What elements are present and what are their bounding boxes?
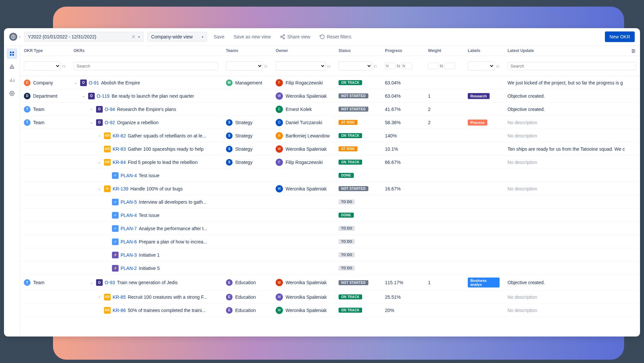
table-row[interactable]: CCompany⌄OO-91Abolish the EmpireMManagem… xyxy=(20,76,640,89)
table-row[interactable]: TTeam⌄OO-93Train new generation of Jedis… xyxy=(20,275,640,290)
chart-icon[interactable] xyxy=(7,75,17,85)
okr-type-icon: ✓ xyxy=(112,199,119,205)
table-row[interactable]: KRKR-83Gather 100 spaceships ready to he… xyxy=(20,142,640,156)
weight-from[interactable] xyxy=(428,63,439,69)
expand-chevron-icon[interactable]: ⌄ xyxy=(81,94,85,98)
view-dropdown[interactable]: Company-wide view ▾ xyxy=(147,32,207,42)
weight-to[interactable] xyxy=(445,63,455,69)
okr-key-link[interactable]: PLAN-6 xyxy=(121,239,137,244)
okr-title: Research the Empire's plans xyxy=(117,107,176,112)
okr-key-link[interactable]: PLAN-3 xyxy=(121,252,137,258)
okr-key-link[interactable]: KR-84 xyxy=(113,160,126,165)
table-row[interactable]: ✓PLAN-4Test issueDONE xyxy=(20,209,640,222)
header-weight[interactable]: Weight xyxy=(424,46,464,56)
header-labels[interactable]: Labels xyxy=(464,46,504,56)
okr-key-link[interactable]: O-92 xyxy=(105,120,115,125)
table-row[interactable]: ⌄⟳KR-139Handle 100% of our bugsWWeronika… xyxy=(20,182,640,195)
okr-key-link[interactable]: KR-82 xyxy=(113,133,126,138)
okr-key-link[interactable]: KR-86 xyxy=(113,308,126,313)
save-button[interactable]: Save xyxy=(211,33,227,41)
filter-update[interactable] xyxy=(508,62,636,70)
filter-status[interactable] xyxy=(339,61,372,71)
share-button[interactable]: Share view xyxy=(277,33,313,41)
progress-to[interactable] xyxy=(402,63,412,69)
reset-filters-button[interactable]: Reset filters xyxy=(317,33,354,41)
chevron-right-icon[interactable]: › xyxy=(19,35,20,39)
table-row[interactable]: ✓PLAN-6Prepare a plan of how to increa..… xyxy=(20,235,640,248)
clear-icon[interactable]: ✕ xyxy=(132,34,135,39)
table-row[interactable]: TTeam›OO-94Research the Empire's plansEE… xyxy=(20,103,640,116)
header-update[interactable]: Latest Update xyxy=(504,46,640,56)
grid-view-icon[interactable] xyxy=(7,48,17,59)
status-badge: AT RISK xyxy=(339,146,357,151)
okr-key-link[interactable]: KR-83 xyxy=(113,146,126,152)
okr-key-link[interactable]: PLAN-7 xyxy=(121,226,137,231)
filter-icon[interactable]: ⚏ xyxy=(327,64,331,68)
filter-type[interactable] xyxy=(24,61,61,71)
filter-icon[interactable]: ⚏ xyxy=(264,64,268,68)
header-status[interactable]: Status xyxy=(335,46,381,56)
table-row[interactable]: ⚡PLAN-3Initiative 1TO DO xyxy=(20,248,640,262)
okr-key-link[interactable]: O-91 xyxy=(89,80,99,85)
table-row[interactable]: ✓PLAN-7Analyse the performance after t..… xyxy=(20,222,640,235)
header-type[interactable]: OKR Type xyxy=(20,46,70,56)
progress-value: 63.04% xyxy=(381,76,424,89)
status-badge: TO DO xyxy=(339,266,355,271)
expand-chevron-icon[interactable]: ⌄ xyxy=(89,281,93,285)
label-chip[interactable]: Research xyxy=(468,93,490,99)
table-row[interactable]: ⚡PLAN-2Initiative 5TO DO xyxy=(20,262,640,275)
okr-key-link[interactable]: O-94 xyxy=(105,107,115,112)
label-chip[interactable]: Process xyxy=(468,120,487,126)
filter-owner[interactable] xyxy=(276,61,326,71)
filter-icon[interactable]: ⚏ xyxy=(496,64,500,68)
okr-key-link[interactable]: KR-139 xyxy=(113,186,128,191)
expand-chevron-icon[interactable]: › xyxy=(97,134,101,137)
team-avatar: E xyxy=(226,307,233,314)
header-owner[interactable]: Owner xyxy=(272,46,335,56)
filter-icon[interactable]: ⚏ xyxy=(373,64,377,68)
filter-okrs[interactable] xyxy=(74,62,218,70)
expand-chevron-icon[interactable]: › xyxy=(89,107,93,111)
okr-key-link[interactable]: KR-85 xyxy=(113,294,126,300)
svg-point-24 xyxy=(632,52,633,53)
new-okr-button[interactable]: New OKR xyxy=(605,31,635,42)
progress-from[interactable] xyxy=(385,63,396,69)
expand-chevron-icon[interactable]: ⌄ xyxy=(97,160,101,164)
team-name: Strategy xyxy=(235,120,252,125)
expand-chevron-icon[interactable]: › xyxy=(97,295,101,299)
table-row[interactable]: ›KRKR-82Gather squads of rebelliants on … xyxy=(20,129,640,142)
table-row[interactable]: KRKR-8650% of trainees completed the tra… xyxy=(20,304,640,317)
okr-key-link[interactable]: PLAN-2 xyxy=(121,266,137,271)
latest-update-text: No description xyxy=(508,160,537,165)
svg-rect-8 xyxy=(10,54,12,56)
settings-icon[interactable] xyxy=(7,88,17,99)
expand-chevron-icon[interactable]: ⌄ xyxy=(97,187,101,190)
table-row[interactable]: ✓PLAN-5Interview all developers to gath.… xyxy=(20,195,640,209)
okr-key-link[interactable]: O-93 xyxy=(105,280,115,285)
okr-key-link[interactable]: PLAN-5 xyxy=(121,199,137,205)
table-row[interactable]: ›KRKR-85Recruit 100 creatures with a str… xyxy=(20,290,640,304)
table-row[interactable]: ⌄KRKR-84Find 5 people to lead the rebell… xyxy=(20,156,640,169)
header-teams[interactable]: Teams xyxy=(222,46,272,56)
save-as-button[interactable]: Save as new view xyxy=(231,33,273,41)
filter-teams[interactable] xyxy=(226,61,263,71)
header-progress[interactable]: Progress xyxy=(381,46,424,56)
expand-chevron-icon[interactable]: ⌄ xyxy=(89,121,93,124)
okr-key-link[interactable]: PLAN-4 xyxy=(121,173,137,178)
header-okrs[interactable]: OKRs xyxy=(70,46,222,56)
okr-type-icon: KR xyxy=(104,307,111,314)
table-row[interactable]: DDepartment⌄OO-119Be ready to launch the… xyxy=(20,89,640,103)
progress-value xyxy=(381,169,424,182)
filter-labels[interactable] xyxy=(468,61,495,71)
okr-key-link[interactable]: PLAN-4 xyxy=(121,213,137,218)
period-dropdown[interactable]: Y2022 (01/01/2022 - 12/31/2022) ✕ ▾ xyxy=(24,32,143,42)
hierarchy-icon[interactable] xyxy=(7,62,17,72)
expand-chevron-icon[interactable]: ⌄ xyxy=(74,81,78,84)
table-row[interactable]: ✓PLAN-4Test issueDONE xyxy=(20,169,640,182)
okr-key-link[interactable]: O-119 xyxy=(97,93,110,99)
label-chip[interactable]: Business analys xyxy=(468,278,500,287)
table-row[interactable]: TTeam⌄OO-92Organize a rebellionSStrategy… xyxy=(20,116,640,129)
svg-point-3 xyxy=(283,38,285,39)
filter-icon[interactable]: ⚏ xyxy=(62,64,66,68)
column-settings-icon[interactable] xyxy=(631,48,636,55)
